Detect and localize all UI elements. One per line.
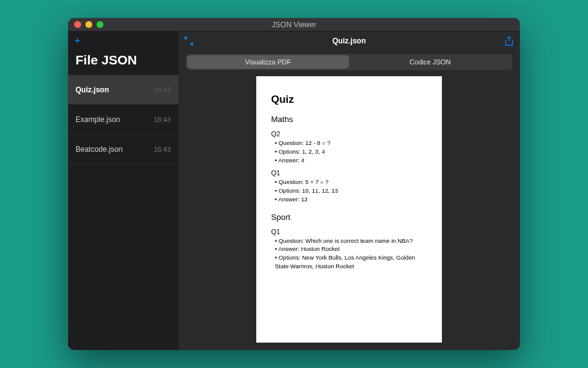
traffic-lights xyxy=(74,21,103,28)
doc-line: Options: 1, 2, 3, 4 xyxy=(271,147,427,156)
expand-icon[interactable] xyxy=(184,37,193,45)
pdf-document: Quiz Maths Q2 Question: 12 - 8 = ? Optio… xyxy=(256,76,442,343)
doc-line: Answer: 4 xyxy=(271,156,427,165)
sidebar-toolbar: + xyxy=(68,32,178,50)
main-toolbar: Quiz.json xyxy=(178,32,520,50)
titlebar: JSON Viewer xyxy=(68,18,520,32)
minimize-window-button[interactable] xyxy=(85,21,92,28)
share-icon[interactable] xyxy=(504,36,514,46)
add-file-icon[interactable]: + xyxy=(74,35,81,46)
close-window-button[interactable] xyxy=(74,21,81,28)
file-time: 16:43 xyxy=(153,86,171,94)
doc-section-heading: Sport xyxy=(271,212,427,222)
tab-json[interactable]: Codice JSON xyxy=(349,55,511,69)
sidebar: + File JSON Quiz.json 16:43 Example.json… xyxy=(68,32,178,350)
doc-line: Answer: Huston Rocket xyxy=(271,245,427,253)
doc-line: Options: New York Bulls, Los Angeles Kin… xyxy=(271,253,427,271)
doc-question-id: Q1 xyxy=(271,169,427,177)
doc-title: Quiz xyxy=(271,94,427,106)
file-item-example[interactable]: Example.json 16:43 xyxy=(68,105,178,134)
file-name: Quiz.json xyxy=(76,85,109,94)
file-item-beatcode[interactable]: Beatcode.json 16:43 xyxy=(68,134,178,164)
content-area: Quiz Maths Q2 Question: 12 - 8 = ? Optio… xyxy=(178,76,520,350)
app-body: + File JSON Quiz.json 16:43 Example.json… xyxy=(68,32,520,350)
file-name: Beatcode.json xyxy=(76,145,123,154)
file-name: Example.json xyxy=(76,115,120,124)
tab-pdf[interactable]: Visualizza PDF xyxy=(187,55,349,69)
doc-line: Question: 12 - 8 = ? xyxy=(271,139,427,147)
file-list: Quiz.json 16:43 Example.json 16:43 Beatc… xyxy=(68,75,178,164)
sidebar-header: File JSON xyxy=(68,50,178,75)
view-mode-tabs: Visualizza PDF Codice JSON xyxy=(186,54,512,70)
main-panel: Quiz.json Visualizza PDF Codice JSON Qui… xyxy=(178,32,520,350)
file-item-quiz[interactable]: Quiz.json 16:43 xyxy=(68,75,178,105)
doc-line: Answer: 12 xyxy=(271,195,427,204)
maximize-window-button[interactable] xyxy=(97,21,103,28)
doc-question-id: Q2 xyxy=(271,130,427,138)
file-time: 16:43 xyxy=(153,146,171,153)
current-file-title: Quiz.json xyxy=(178,37,520,45)
window-title: JSON Viewer xyxy=(68,20,520,29)
doc-line: Question: Which one is correct team name… xyxy=(271,237,427,245)
doc-question-id: Q1 xyxy=(271,228,427,235)
file-time: 16:43 xyxy=(153,116,171,123)
doc-section-heading: Maths xyxy=(271,115,427,124)
doc-line: Options: 10, 11, 12, 13 xyxy=(271,186,427,195)
app-window: JSON Viewer + File JSON Quiz.json 16:43 … xyxy=(68,18,520,350)
doc-line: Question: 5 + 7 = ? xyxy=(271,178,427,186)
